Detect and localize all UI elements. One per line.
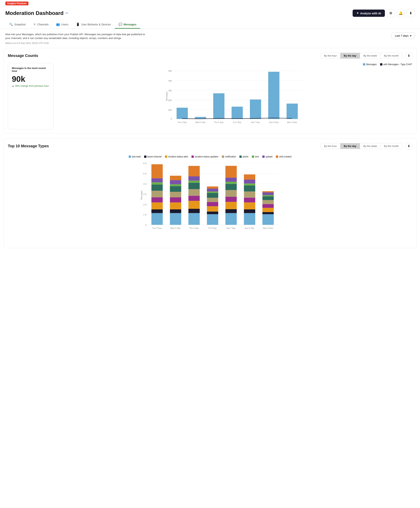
notifications-button[interactable]: 🔔 xyxy=(397,9,405,17)
svg-rect-45 xyxy=(170,209,181,213)
svg-rect-60 xyxy=(188,176,200,180)
svg-text:30k: 30k xyxy=(168,89,172,91)
legend-messages-label: Messages xyxy=(366,63,377,66)
svg-rect-49 xyxy=(170,186,181,192)
svg-text:10K: 10K xyxy=(168,109,172,111)
tab-channels-label: Channels xyxy=(37,23,49,26)
svg-rect-84 xyxy=(244,191,255,198)
legend-chat: with Messages - Type CHAT xyxy=(380,63,412,66)
svg-text:0: 0 xyxy=(146,224,147,226)
msg-tab-by-day[interactable]: By the day xyxy=(340,53,360,59)
date-range-label: Last 7 days xyxy=(395,34,409,37)
title-area: Moderation Dashboard ✏ xyxy=(5,10,68,16)
types-tab-by-week[interactable]: By the week xyxy=(360,143,381,149)
svg-text:Fri 6 Sep: Fri 6 Sep xyxy=(233,121,241,123)
stacked-bar-chart-svg: 6 K 5 K 4 K 3 K 2 K 1 K 0 Messages xyxy=(8,161,412,241)
svg-text:Tue 3 Sep: Tue 3 Sep xyxy=(177,121,187,123)
download-button[interactable]: ⬇ xyxy=(407,9,415,17)
svg-text:Thu 5 Sep: Thu 5 Sep xyxy=(189,227,199,229)
tab-user-behavior-label: User Behavior & Devices xyxy=(81,23,111,26)
metrics-date: Metrics as of 9 Sep 2024, 09:00 UTC+0:00 xyxy=(0,42,420,48)
svg-rect-39 xyxy=(151,191,163,197)
svg-rect-47 xyxy=(170,197,181,202)
message-counts-tab-group: By the hour By the day By the week By th… xyxy=(321,53,402,59)
svg-rect-95 xyxy=(263,195,274,196)
msg-tab-by-week[interactable]: By the week xyxy=(360,53,381,59)
svg-text:Wed 4 Sep: Wed 4 Sep xyxy=(170,227,181,229)
settings-button[interactable]: ⚙ xyxy=(387,9,395,17)
svg-rect-87 xyxy=(244,179,255,183)
svg-text:Fri 6 Sep: Fri 6 Sep xyxy=(208,227,217,229)
message-counts-section: Message Counts By the hour By the day By… xyxy=(3,48,417,134)
types-tab-by-month[interactable]: By the month xyxy=(380,143,402,149)
svg-text:Messages: Messages xyxy=(166,91,168,101)
svg-rect-56 xyxy=(188,196,200,201)
bar-sun xyxy=(268,72,280,119)
svg-rect-53 xyxy=(188,213,200,225)
stat-box: Messages in the most recent hour 90k ▲ 3… xyxy=(8,63,54,129)
stacked-legend: last.read leave-channel location-status.… xyxy=(8,155,412,158)
tab-messages-label: Messages xyxy=(124,23,137,26)
edit-icon[interactable]: ✏ xyxy=(66,11,68,15)
svg-rect-79 xyxy=(225,166,237,177)
tab-users[interactable]: 👥 Users xyxy=(52,21,72,29)
message-counts-download[interactable]: ⬇ xyxy=(405,52,412,59)
bar-fri xyxy=(232,107,243,119)
msg-tab-by-hour[interactable]: By the hour xyxy=(320,53,340,59)
svg-rect-70 xyxy=(207,186,218,188)
tab-snapshot[interactable]: 🔍 Snapshot xyxy=(5,21,29,29)
nav-tabs: 🔍 Snapshot ⚛ Channels 👥 Users 📱 User Beh… xyxy=(0,17,420,29)
svg-rect-90 xyxy=(263,212,274,214)
types-tab-by-day[interactable]: By the day xyxy=(340,143,360,149)
legend-chat-label: with Messages - Type CHAT xyxy=(383,63,412,66)
page-title: Moderation Dashboard xyxy=(5,10,64,16)
svg-rect-52 xyxy=(170,176,181,180)
svg-rect-71 xyxy=(225,213,237,225)
svg-rect-48 xyxy=(170,192,181,197)
svg-rect-59 xyxy=(188,180,200,183)
svg-text:Sat 7 Sep: Sat 7 Sep xyxy=(251,121,260,123)
svg-text:Sun 8 Sep: Sun 8 Sep xyxy=(269,121,279,123)
svg-text:6 K: 6 K xyxy=(143,162,147,165)
tab-snapshot-label: Snapshot xyxy=(14,23,26,26)
stat-value: 90k xyxy=(12,75,50,83)
svg-text:20K: 20K xyxy=(168,99,172,101)
svg-text:Tue 3 Sep: Tue 3 Sep xyxy=(152,227,162,229)
top-types-download[interactable]: ⬇ xyxy=(405,143,412,149)
svg-text:50k: 50k xyxy=(168,69,172,72)
svg-rect-55 xyxy=(188,201,200,209)
tab-channels[interactable]: ⚛ Channels xyxy=(29,21,52,29)
tab-user-behavior[interactable]: 📱 User Behavior & Devices xyxy=(72,21,115,29)
svg-rect-43 xyxy=(151,164,163,178)
snapshot-icon: 🔍 xyxy=(9,22,13,26)
svg-text:Messages: Messages xyxy=(140,190,143,200)
svg-rect-68 xyxy=(207,191,218,193)
messages-icon: 💬 xyxy=(118,22,122,26)
svg-rect-80 xyxy=(244,213,255,225)
svg-rect-75 xyxy=(225,190,237,197)
svg-rect-38 xyxy=(151,197,163,202)
svg-rect-89 xyxy=(263,214,274,225)
stacked-chart: last.read leave-channel location-status.… xyxy=(8,153,412,244)
svg-text:Sun 8 Sep: Sun 8 Sep xyxy=(245,227,254,229)
svg-rect-74 xyxy=(225,197,237,202)
date-range-button[interactable]: Last 7 days ▾ xyxy=(391,32,415,39)
top-message-types-section: Top 10 Message Types By the hour By the … xyxy=(3,138,417,248)
svg-rect-40 xyxy=(151,185,163,191)
svg-rect-69 xyxy=(207,189,218,192)
msg-tab-by-month[interactable]: By the month xyxy=(380,53,402,59)
arrow-up-icon: ▲ xyxy=(12,85,14,87)
svg-text:4 K: 4 K xyxy=(143,182,147,185)
stat-label: Messages in the most recent hour xyxy=(12,67,50,72)
svg-rect-62 xyxy=(207,214,218,225)
analyze-button[interactable]: ✦ Analyze with AI xyxy=(353,9,385,17)
premium-badge: Insights Premium xyxy=(5,1,29,5)
tab-messages[interactable]: 💬 Messages xyxy=(115,21,140,29)
bar-tue xyxy=(177,108,188,119)
stat-change: ▲ 30% change from previous hour xyxy=(12,85,50,87)
types-tab-by-hour[interactable]: By the hour xyxy=(320,143,340,149)
svg-text:Thu 5 Sep: Thu 5 Sep xyxy=(214,121,223,123)
legend-chat-dot xyxy=(380,63,382,66)
svg-rect-92 xyxy=(263,204,274,208)
svg-rect-36 xyxy=(151,209,163,213)
